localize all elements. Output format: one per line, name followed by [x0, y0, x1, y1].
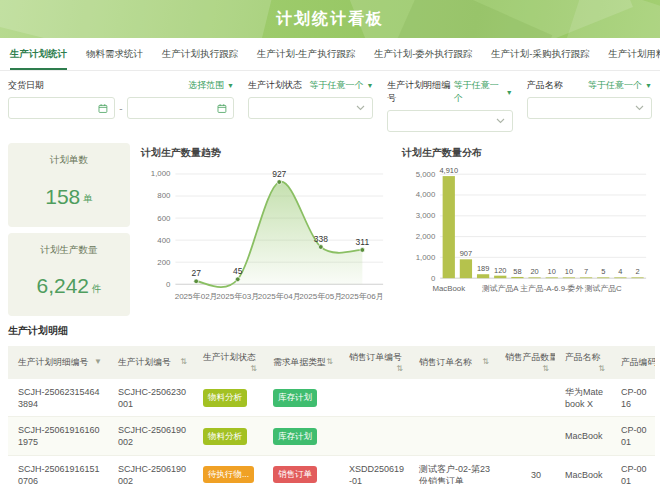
column-header-code[interactable]: 产品编码 — [611, 346, 655, 379]
sort-icon[interactable]: ⇅ — [396, 364, 403, 373]
date-range-mode-button[interactable]: 选择范围 ▼ — [188, 79, 234, 92]
svg-text:311: 311 — [356, 237, 370, 247]
line-chart: 02004006008001,000272025年02月452025年03月92… — [138, 161, 391, 311]
cell-so_name: 测试客户-02-第23份销售订单 — [409, 455, 495, 484]
cell-detail_no: SCJH-250619161601975 — [8, 417, 108, 455]
cell-product: 华为Matebook X — [555, 379, 611, 417]
cell-code: CP-0001 — [611, 455, 655, 484]
column-header-status[interactable]: 生产计划状态⇅ — [193, 346, 263, 379]
cell-demand_type: 销售订单 — [263, 455, 339, 484]
calendar-icon[interactable] — [98, 103, 108, 114]
demand-type-badge: 库存计划 — [273, 428, 317, 445]
tab-4[interactable]: 生产计划-委外执行跟踪 — [374, 38, 472, 70]
page-header: 计划统计看板 — [0, 0, 660, 38]
filter-op-button[interactable]: 等于任意一个 ▼ — [309, 79, 373, 92]
sort-icon[interactable]: ⇅ — [542, 364, 549, 373]
column-header-product[interactable]: 产品名称⇅ — [555, 346, 611, 379]
cell-so_name — [409, 379, 495, 417]
caret-down-icon: ▼ — [506, 89, 513, 96]
cell-qty — [495, 417, 555, 455]
plan-status-select[interactable] — [248, 97, 373, 119]
date-start-input[interactable] — [15, 98, 98, 118]
product-name-select[interactable] — [527, 97, 652, 119]
sort-icon[interactable]: ⇅ — [482, 357, 489, 366]
svg-text:1,000: 1,000 — [416, 253, 436, 262]
cell-so_name — [409, 417, 495, 455]
date-start-field[interactable] — [8, 97, 115, 119]
cell-so_no: XSDD250619-01 — [339, 455, 409, 484]
svg-text:2025年03月: 2025年03月 — [216, 292, 259, 301]
cell-plan_no: SCJHC-2506230001 — [108, 379, 193, 417]
cell-status: 物料分析 — [193, 417, 263, 455]
column-header-detail_no[interactable]: 生产计划明细编号▼ — [8, 346, 108, 379]
tab-3[interactable]: 生产计划-生产执行跟踪 — [257, 38, 355, 70]
table-row[interactable]: SCJH-250619161510706SCJHC-2506190002待执行物… — [8, 455, 655, 484]
filter-op-button[interactable]: 等于任意一个 ▼ — [454, 79, 513, 105]
sort-icon[interactable]: ⇅ — [250, 364, 257, 373]
plan-detail-no-select[interactable] — [387, 110, 512, 132]
svg-text:20: 20 — [530, 267, 538, 276]
svg-text:338: 338 — [314, 234, 328, 244]
caret-down-icon: ▼ — [366, 82, 373, 89]
svg-text:2025年02月: 2025年02月 — [175, 292, 218, 301]
cell-product: MacBook — [555, 417, 611, 455]
svg-text:2025年06月: 2025年06月 — [341, 292, 384, 301]
table-row[interactable]: SCJH-250623154643894SCJHC-2506230001物料分析… — [8, 379, 655, 417]
filter-product-name: 产品名称 等于任意一个 ▼ — [527, 79, 652, 132]
filter-op-label: 等于任意一个 — [588, 79, 642, 92]
line-chart-panel: 计划生产数量趋势 02004006008001,000272025年02月452… — [138, 143, 391, 316]
svg-text:4,910: 4,910 — [439, 166, 458, 175]
svg-text:800: 800 — [157, 191, 171, 200]
cell-so_no — [339, 379, 409, 417]
plan-detail-section: 生产计划明细 生产计划明细编号▼生产计划编号⇅生产计划状态⇅需求单据类型⇅销售订… — [0, 316, 660, 484]
column-header-qty[interactable]: 销售产品数量⇅ — [495, 346, 555, 379]
filter-label: 产品名称 — [527, 79, 563, 92]
table-header-row: 生产计划明细编号▼生产计划编号⇅生产计划状态⇅需求单据类型⇅销售订单编号⇅销售订… — [8, 346, 655, 379]
tab-0[interactable]: 生产计划统计 — [10, 38, 67, 70]
cell-status: 物料分析 — [193, 379, 263, 417]
section-title: 生产计划明细 — [8, 324, 652, 338]
status-badge: 物料分析 — [203, 428, 247, 445]
plan-detail-table: 生产计划明细编号▼生产计划编号⇅生产计划状态⇅需求单据类型⇅销售订单编号⇅销售订… — [8, 346, 655, 484]
bar-chart: 01,0002,0003,0004,0005,0004,910MacBook90… — [399, 161, 652, 311]
kpi-card-plan-count: 计划单数 158 单 — [8, 143, 130, 227]
tab-2[interactable]: 生产计划执行跟踪 — [162, 38, 238, 70]
cell-qty — [495, 379, 555, 417]
svg-text:2,000: 2,000 — [416, 232, 436, 241]
svg-text:927: 927 — [272, 169, 286, 179]
sort-icon[interactable]: ⇅ — [598, 364, 605, 373]
svg-text:4,000: 4,000 — [416, 190, 436, 199]
date-separator: - — [119, 103, 122, 114]
sort-icon[interactable]: ⇅ — [180, 357, 187, 366]
svg-text:MacBook: MacBook — [432, 284, 465, 293]
caret-down-icon: ▼ — [645, 82, 652, 89]
svg-text:10: 10 — [565, 267, 573, 276]
kpi-card-plan-qty: 计划生产数量 6,242 件 — [8, 233, 130, 317]
filter-bar: 交货日期 选择范围 ▼ - — [0, 71, 660, 138]
column-header-plan_no[interactable]: 生产计划编号⇅ — [108, 346, 193, 379]
table-row[interactable]: SCJH-250619161601975SCJHC-2506190002物料分析… — [8, 417, 655, 455]
filter-plan-detail-no: 生产计划明细编号 等于任意一个 ▼ — [387, 79, 512, 132]
svg-text:10: 10 — [548, 267, 556, 276]
tab-1[interactable]: 物料需求统计 — [86, 38, 143, 70]
tab-6[interactable]: 生产计划用料统计 — [609, 38, 660, 70]
column-header-so_no[interactable]: 销售订单编号⇅ — [339, 346, 409, 379]
sort-desc-icon[interactable]: ▼ — [94, 357, 102, 366]
svg-text:0: 0 — [166, 280, 171, 289]
bar-chart-panel: 计划生产数量分布 01,0002,0003,0004,0005,0004,910… — [399, 143, 652, 316]
filter-op-button[interactable]: 等于任意一个 ▼ — [588, 79, 652, 92]
date-end-input[interactable] — [134, 98, 217, 118]
tab-5[interactable]: 生产计划-采购执行跟踪 — [491, 38, 589, 70]
svg-text:测试产品A: 测试产品A — [482, 284, 519, 293]
kpi-value: 158 — [45, 185, 80, 209]
column-header-demand_type[interactable]: 需求单据类型⇅ — [263, 346, 339, 379]
svg-text:测试产品C: 测试产品C — [585, 284, 622, 293]
filter-op-label: 选择范围 — [188, 79, 224, 92]
sort-icon[interactable]: ⇅ — [326, 357, 333, 366]
svg-text:0: 0 — [431, 274, 436, 283]
calendar-icon[interactable] — [217, 103, 227, 114]
column-header-so_name[interactable]: 销售订单名称⇅ — [409, 346, 495, 379]
date-end-field[interactable] — [127, 97, 234, 119]
svg-text:400: 400 — [157, 236, 171, 245]
cell-qty: 30 — [495, 455, 555, 484]
